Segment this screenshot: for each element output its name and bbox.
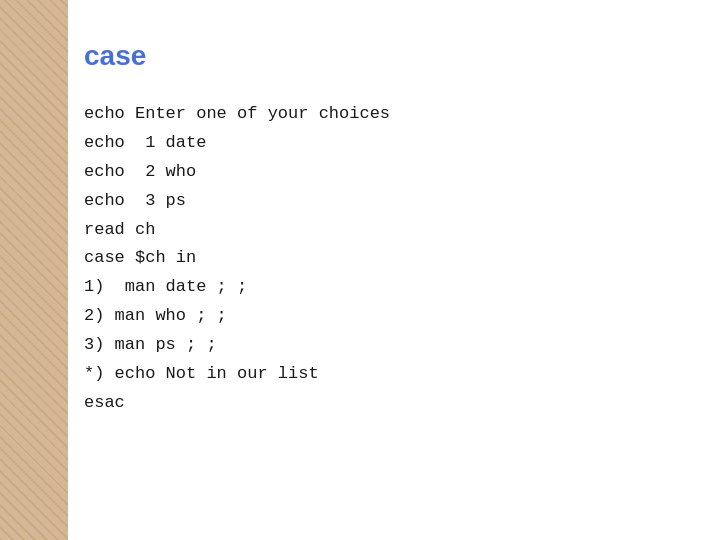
code-line: 1) man date ; ; [84,273,680,302]
main-content: case echo Enter one of your choices echo… [68,0,720,540]
code-line: esac [84,389,680,418]
code-line: read ch [84,216,680,245]
code-block: echo Enter one of your choices echo 1 da… [84,100,680,418]
code-line: echo 2 who [84,158,680,187]
page-title: case [84,40,680,72]
code-line: *) echo Not in our list [84,360,680,389]
code-line: echo 3 ps [84,187,680,216]
code-line: 2) man who ; ; [84,302,680,331]
code-line: 3) man ps ; ; [84,331,680,360]
sidebar [0,0,68,540]
code-line: echo Enter one of your choices [84,100,680,129]
code-line: echo 1 date [84,129,680,158]
code-line: case $ch in [84,244,680,273]
